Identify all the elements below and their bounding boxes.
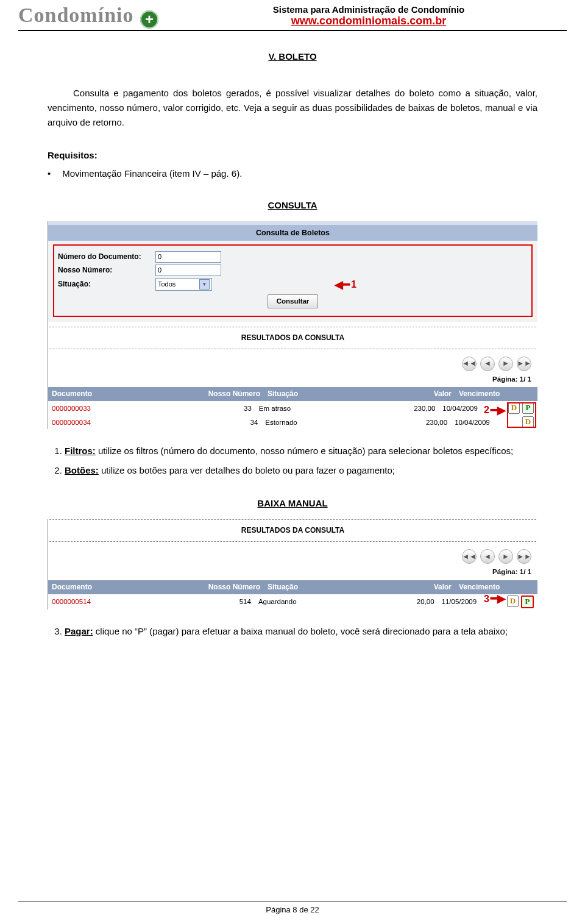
callout-1: ◀━ 1 xyxy=(335,276,356,294)
arrow-left-icon: ◀━ xyxy=(335,276,350,294)
consulta-bar: Consulta de Boletos xyxy=(48,223,537,241)
lead-botoes: Botões: xyxy=(65,465,99,475)
callout-1-num: 1 xyxy=(351,277,356,293)
last-page-button[interactable]: ►► xyxy=(517,549,531,564)
cell-doc[interactable]: 0000000033 xyxy=(48,402,172,415)
requisito-bullet: • Movimentação Financeira (item IV – pág… xyxy=(48,166,537,181)
cell-val: 20,00 xyxy=(361,595,438,608)
col-valor: Valor xyxy=(375,387,455,401)
lead-pagar: Pagar: xyxy=(65,626,93,636)
page-label: Página: xyxy=(492,375,518,383)
filter-redbox: Número do Documento: 0 Nosso Número: 0 S… xyxy=(53,244,533,317)
dashed-divider xyxy=(49,327,536,327)
content-area: V. BOLETO Consulta e pagamento dos bolet… xyxy=(0,31,585,639)
d-icon[interactable]: D xyxy=(507,595,519,607)
cell-doc[interactable]: 0000000514 xyxy=(48,595,172,608)
col-documento: Documento xyxy=(48,387,177,401)
baixa-notes: Pagar: clique no “P” (pagar) para efetua… xyxy=(48,624,537,639)
table-row: 0000000034 34 Estornado 230,00 10/04/200… xyxy=(48,415,537,429)
first-page-button[interactable]: ◄◄ xyxy=(462,549,477,564)
screenshot-baixa: RESULTADOS DA CONSULTA ◄◄ ◄ ► ►► Página:… xyxy=(48,519,537,609)
col-nosso-numero: Nosso Número xyxy=(177,387,264,401)
input-numdoc[interactable]: 0 xyxy=(155,251,221,263)
consulta-notes: Filtros: utilize os filtros (número do d… xyxy=(48,444,537,478)
site-url: www.condominiomais.com.br xyxy=(171,15,567,27)
list-item: Pagar: clique no “P” (pagar) para efetua… xyxy=(65,624,537,639)
row-actions: D P xyxy=(508,402,534,414)
col-valor: Valor xyxy=(375,580,455,594)
col-situacao: Situação xyxy=(264,387,375,401)
consulta-heading: CONSULTA xyxy=(48,198,537,213)
lead-filtros: Filtros: xyxy=(65,446,96,456)
arrow-right-icon: ━▶ xyxy=(491,402,506,419)
rest-pagar: clique no “P” (pagar) para efetuar a bai… xyxy=(93,626,508,636)
results-title-2: RESULTADOS DA CONSULTA xyxy=(48,525,537,536)
cell-nn: 34 xyxy=(176,416,262,429)
table-row: 0000000514 514 Aguardando 20,00 11/05/20… xyxy=(48,594,537,609)
callout-3-num: 3 xyxy=(484,591,489,607)
p-icon[interactable]: P xyxy=(522,402,534,414)
prev-page-button[interactable]: ◄ xyxy=(480,549,495,564)
logo-text: Condomínio xyxy=(18,4,134,26)
callout-2-num: 2 xyxy=(484,402,489,418)
prev-page-button[interactable]: ◄ xyxy=(480,357,495,371)
cell-nn: 514 xyxy=(172,595,255,608)
page-info: Página: 1/ 1 xyxy=(48,374,537,387)
requisito-item: Movimentação Financeira (item IV – pág. … xyxy=(62,168,242,179)
dashed-b-top xyxy=(49,519,536,520)
list-item: Botões: utilize os botões para ver detal… xyxy=(65,463,537,478)
select-situacao-value: Todos xyxy=(158,279,176,290)
rest-filtros: utilize os filtros (número do documento,… xyxy=(96,446,513,456)
dashed-b-2 xyxy=(49,541,536,542)
row-actions: D P xyxy=(507,595,534,608)
section-title: V. BOLETO xyxy=(48,49,537,64)
arrow-right-icon: ━▶ xyxy=(491,590,506,608)
next-page-button[interactable]: ► xyxy=(498,549,513,564)
col-situacao: Situação xyxy=(264,580,375,594)
plus-icon: + xyxy=(140,10,158,29)
p-icon[interactable]: P xyxy=(521,595,534,608)
input-nosso[interactable]: 0 xyxy=(155,265,221,276)
label-situacao: Situação: xyxy=(58,279,155,290)
table-head-2: Documento Nosso Número Situação Valor Ve… xyxy=(48,580,537,594)
baixa-heading: BAIXA MANUAL xyxy=(48,496,537,511)
page-footer: Página 8 de 22 xyxy=(0,901,585,914)
page-number: Página 8 de 22 xyxy=(266,905,319,914)
callout-3: 3 ━▶ xyxy=(484,590,506,608)
d-icon[interactable]: D xyxy=(522,416,534,428)
col-documento: Documento xyxy=(48,580,177,594)
page-info-2: Página: 1/ 1 xyxy=(48,566,537,580)
page-value-2: 1/ 1 xyxy=(520,568,531,575)
cell-val: 230,00 xyxy=(371,416,451,429)
row-actions: D xyxy=(522,416,534,428)
footer-rule xyxy=(18,901,567,901)
page-value: 1/ 1 xyxy=(520,375,531,383)
pager-nav: ◄◄ ◄ ► ►► xyxy=(48,354,537,374)
dashed-divider2 xyxy=(49,349,536,349)
label-nosso: Nosso Número: xyxy=(58,265,155,276)
screenshot-consulta: Consulta de Boletos Número do Documento:… xyxy=(48,221,537,430)
header-title-block: Sistema para Administração de Condomínio… xyxy=(171,4,567,27)
cell-doc[interactable]: 0000000034 xyxy=(48,416,176,429)
d-icon[interactable]: D xyxy=(508,402,520,414)
first-page-button[interactable]: ◄◄ xyxy=(462,357,477,371)
results-title: RESULTADOS DA CONSULTA xyxy=(48,332,537,344)
last-page-button[interactable]: ►► xyxy=(517,357,531,371)
select-situacao[interactable]: Todos ▾ xyxy=(155,278,212,291)
next-page-button[interactable]: ► xyxy=(498,357,513,371)
chevron-down-icon: ▾ xyxy=(199,279,210,290)
rest-botoes: utilize os botões para ver detalhes do b… xyxy=(99,465,395,475)
col-vencimento: Vencimento xyxy=(455,387,523,401)
logo-block: Condomínio + xyxy=(18,4,158,29)
pager-nav-2: ◄◄ ◄ ► ►► xyxy=(48,547,537,566)
page-label-2: Página: xyxy=(492,568,518,575)
page-header: Condomínio + Sistema para Administração … xyxy=(0,0,585,30)
bullet-dot: • xyxy=(48,166,60,181)
cell-sit: Em atraso xyxy=(255,402,362,415)
consultar-button[interactable]: Consultar xyxy=(268,294,319,308)
filter-panel: Número do Documento: 0 Nosso Número: 0 S… xyxy=(48,241,537,322)
cell-sit: Aguardando xyxy=(255,595,361,608)
callout-2: 2 ━▶ xyxy=(484,402,506,419)
col-nosso-numero: Nosso Número xyxy=(177,580,264,594)
table-row: 0000000033 33 Em atraso 230,00 10/04/200… xyxy=(48,401,537,415)
